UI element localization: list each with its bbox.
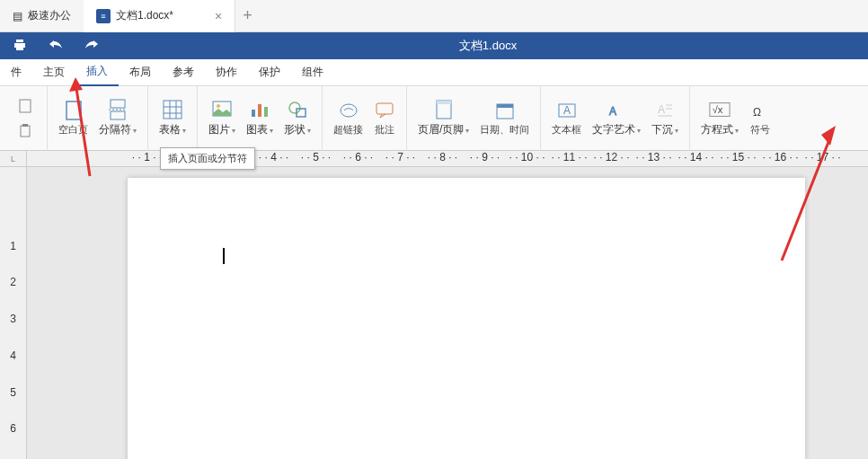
document-tab-label: 文档1.docx* [116,8,173,23]
app-tab[interactable]: ▤ 极速办公 [0,0,84,32]
menu-file[interactable]: 件 [0,59,32,86]
menu-home[interactable]: 主页 [32,59,75,86]
menu-addins[interactable]: 组件 [291,59,334,86]
svg-rect-15 [258,104,261,117]
ribbon-group-pages: 空白页 分隔符▾ [48,86,148,151]
header-footer-button[interactable]: 页眉/页脚▾ [412,90,474,147]
wordart-icon: A [606,99,627,120]
wordart-button[interactable]: A 文字艺术▾ [587,90,646,147]
ribbon: 空白页 分隔符▾ 表格▾ 图片▾ 图表▾ 形状▾ 超链接 [0,86,868,151]
table-label: 表格▾ [159,122,186,137]
page-break-label: 分隔符▾ [99,122,137,137]
close-icon[interactable]: × [215,9,222,23]
svg-rect-7 [164,101,182,119]
quick-access-toolbar: 文档1.docx [0,32,868,59]
svg-text:A: A [609,105,616,118]
wordart-label: 文字艺术▾ [592,122,641,137]
svg-point-19 [341,104,357,117]
textbox-button[interactable]: A 文本框 [546,90,587,147]
ruler-corner: L [0,151,27,167]
table-button[interactable]: 表格▾ [154,90,191,147]
picture-button[interactable]: 图片▾ [203,90,241,147]
page-break-button[interactable]: 分隔符▾ [93,90,142,147]
svg-text:A: A [563,104,571,117]
svg-rect-3 [66,102,81,119]
svg-rect-24 [497,104,513,108]
dropcap-icon: A [654,99,676,120]
menu-layout[interactable]: 布局 [119,59,162,86]
comment-button[interactable]: 批注 [368,90,401,147]
equation-icon: √x [709,99,731,120]
table-icon [162,99,183,120]
undo-icon[interactable] [49,39,63,54]
chart-label: 图表▾ [246,122,273,137]
chart-button[interactable]: 图表▾ [241,90,279,147]
text-cursor [223,248,225,264]
date-time-label: 日期、时间 [480,123,529,137]
blank-page-label: 空白页 [58,123,88,137]
menu-insert[interactable]: 插入 [75,59,119,86]
page-break-icon [107,99,128,120]
equation-button[interactable]: √x 方程式▾ [695,90,744,147]
hyperlink-button[interactable]: 超链接 [328,90,368,147]
symbol-label: 符号 [750,123,770,137]
menu-protect[interactable]: 保护 [248,59,291,86]
dropcap-label: 下沉▾ [651,122,678,137]
ribbon-group-links: 超链接 批注 [323,86,407,151]
symbol-icon: Ω [749,100,771,121]
svg-rect-22 [437,101,451,104]
chart-icon [249,99,270,120]
header-footer-label: 页眉/页脚▾ [418,122,469,137]
menu-references[interactable]: 参考 [162,59,205,86]
app-name: 极速办公 [28,8,71,23]
symbol-button[interactable]: Ω 符号 [744,90,776,147]
document-icon: ≡ [96,9,111,23]
document-page[interactable] [128,178,805,459]
vertical-ruler[interactable]: 123456 [0,167,27,459]
svg-rect-4 [111,100,125,108]
ribbon-group-clipboard [4,86,48,151]
blank-page-button[interactable]: 空白页 [53,90,93,147]
svg-text:Ω: Ω [753,106,761,119]
workspace: L · · 1 · ·· · 2 · ·· · 3 · ·· · 4 · ·· … [0,151,868,459]
svg-rect-1 [21,126,30,137]
comment-icon [374,100,395,121]
print-icon[interactable] [13,38,27,55]
ribbon-group-symbols: √x 方程式▾ Ω 符号 [690,86,782,151]
shapes-button[interactable]: 形状▾ [279,90,316,147]
picture-label: 图片▾ [208,122,235,137]
tooltip: 插入页面或分节符 [160,147,255,170]
equation-label: 方程式▾ [701,122,739,137]
dropcap-button[interactable]: A 下沉▾ [646,90,684,147]
textbox-label: 文本框 [552,123,581,137]
svg-text:√x: √x [713,104,723,115]
svg-point-17 [289,102,300,113]
redo-icon[interactable] [84,39,99,54]
date-time-button[interactable]: 日期、时间 [474,90,535,147]
blank-page-icon [63,100,84,121]
textbox-icon: A [556,100,578,121]
add-tab-button[interactable]: + [243,6,252,25]
ribbon-group-tables: 表格▾ [148,86,198,151]
shapes-icon [287,99,308,120]
svg-rect-0 [20,100,31,112]
svg-rect-5 [111,111,125,119]
cover-page-icon[interactable] [13,94,38,118]
header-footer-icon [433,99,455,120]
tab-bar: ▤ 极速办公 ≡ 文档1.docx* × + [0,0,868,32]
svg-point-13 [217,104,220,108]
paste-icon[interactable] [13,119,38,143]
menu-collaborate[interactable]: 协作 [205,59,248,86]
svg-rect-16 [264,107,268,117]
svg-rect-20 [376,103,393,114]
horizontal-ruler[interactable]: · · 1 · ·· · 2 · ·· · 3 · ·· · 4 · ·· · … [27,151,868,167]
hyperlink-label: 超链接 [333,123,363,137]
ribbon-group-illustrations: 图片▾ 图表▾ 形状▾ [198,86,323,151]
document-tab[interactable]: ≡ 文档1.docx* × [84,0,235,32]
date-time-icon [494,100,516,121]
svg-rect-14 [252,110,255,117]
menu-bar: 件 主页 插入 布局 参考 协作 保护 组件 [0,59,868,86]
picture-icon [211,99,233,120]
svg-text:A: A [658,103,665,116]
window-title: 文档1.docx [120,38,855,54]
